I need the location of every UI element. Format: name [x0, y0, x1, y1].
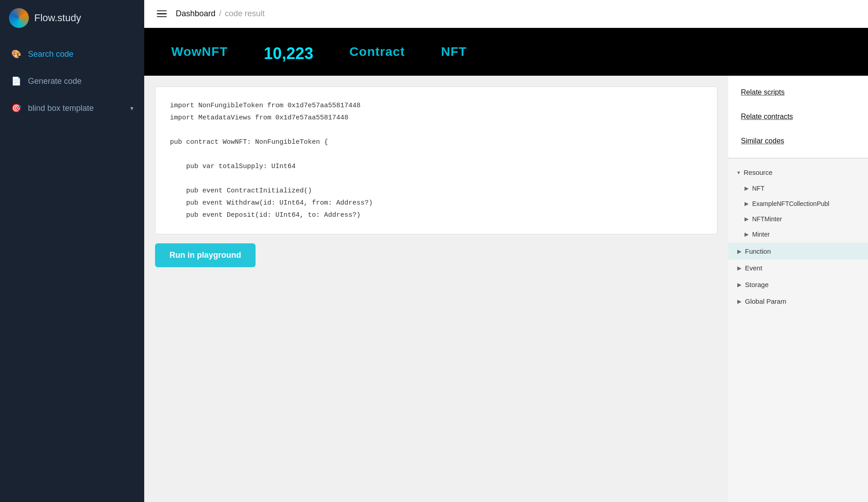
tree-arrow-nftminter: ▶ — [745, 216, 749, 222]
hero-number: 10,223 — [264, 44, 313, 63]
hero-label-wownft: WowNFT — [171, 45, 228, 59]
content-area: import NonFungibleToken from 0x1d7e57aa5… — [144, 76, 868, 502]
tree-subitem-example-nft[interactable]: ▶ ExampleNFTCollectionPubl — [728, 196, 868, 211]
right-panel: Relate scripts Relate contracts Similar … — [728, 76, 868, 502]
tree-label-resource: Resource — [744, 169, 772, 176]
tree-label-global-param: Global Param — [745, 297, 786, 305]
topbar: Dashboard / code result — [144, 0, 868, 28]
tree-label-minter: Minter — [752, 231, 770, 238]
run-playground-button[interactable]: Run in playground — [155, 243, 256, 267]
tree-arrow-storage: ▶ — [737, 282, 741, 288]
tree-section-resource: ▾ Resource ▶ NFT ▶ ExampleNFTCollectionP… — [728, 164, 868, 242]
tree-panel: ▾ Resource ▶ NFT ▶ ExampleNFTCollectionP… — [728, 159, 868, 502]
tree-arrow-example-nft: ▶ — [745, 201, 749, 207]
breadcrumb-dashboard[interactable]: Dashboard — [176, 9, 215, 18]
generate-code-label: Generate code — [28, 77, 82, 86]
hero-label-nft: NFT — [441, 45, 466, 59]
main-content: Dashboard / code result WowNFT 10,223 Co… — [144, 0, 868, 502]
sidebar: Flow.study 🎨 Search code 📄 Generate code… — [0, 0, 144, 502]
tree-item-function[interactable]: ▶ Function — [728, 243, 868, 260]
sidebar-item-search-code[interactable]: 🎨 Search code — [0, 41, 144, 68]
tree-arrow-resource: ▾ — [737, 169, 740, 176]
tree-arrow-function: ▶ — [737, 248, 741, 255]
search-code-icon: 🎨 — [11, 49, 22, 59]
hero-contract: Contract — [349, 45, 405, 59]
menu-icon[interactable] — [155, 9, 169, 19]
blind-box-label: blind box template — [28, 104, 94, 113]
sidebar-nav: 🎨 Search code 📄 Generate code 🎯 blind bo… — [0, 36, 144, 126]
sidebar-item-blind-box[interactable]: 🎯 blind box template ▾ — [0, 95, 144, 122]
tree-label-example-nft: ExampleNFTCollectionPubl — [752, 200, 829, 207]
sidebar-header: Flow.study — [0, 0, 144, 36]
hero-label-contract: Contract — [349, 45, 405, 59]
tree-label-nftminter: NFTMinter — [752, 215, 782, 223]
logo-icon — [9, 8, 29, 28]
code-panel: import NonFungibleToken from 0x1d7e57aa5… — [144, 76, 728, 502]
tree-arrow-nft: ▶ — [745, 185, 749, 192]
similar-codes-link[interactable]: Similar codes — [728, 129, 868, 153]
breadcrumb-separator: / — [219, 9, 221, 18]
generate-code-icon: 📄 — [11, 76, 22, 87]
tree-subitem-nftminter[interactable]: ▶ NFTMinter — [728, 211, 868, 227]
tree-label-nft: NFT — [752, 185, 764, 192]
relate-scripts-link[interactable]: Relate scripts — [728, 80, 868, 105]
sidebar-item-generate-code[interactable]: 📄 Generate code — [0, 68, 144, 95]
tree-arrow-event: ▶ — [737, 265, 741, 271]
breadcrumb: Dashboard / code result — [176, 9, 265, 18]
tree-item-event[interactable]: ▶ Event — [728, 260, 868, 276]
hero-wownft: WowNFT — [171, 45, 228, 59]
tree-item-global-param[interactable]: ▶ Global Param — [728, 293, 868, 310]
app-title: Flow.study — [34, 12, 81, 24]
tree-label-storage: Storage — [745, 281, 769, 288]
blind-box-icon: 🎯 — [11, 103, 22, 114]
code-block: import NonFungibleToken from 0x1d7e57aa5… — [155, 87, 717, 234]
relate-panel: Relate scripts Relate contracts Similar … — [728, 76, 868, 159]
tree-label-function: Function — [745, 247, 771, 255]
hero-banner: WowNFT 10,223 Contract NFT — [144, 28, 868, 76]
tree-arrow-minter: ▶ — [745, 231, 749, 237]
relate-contracts-link[interactable]: Relate contracts — [728, 105, 868, 129]
tree-arrow-global-param: ▶ — [737, 298, 741, 305]
tree-subitem-minter[interactable]: ▶ Minter — [728, 227, 868, 242]
tree-subitem-nft[interactable]: ▶ NFT — [728, 181, 868, 196]
tree-item-resource[interactable]: ▾ Resource — [728, 164, 868, 181]
tree-item-storage[interactable]: ▶ Storage — [728, 276, 868, 293]
breadcrumb-current: code result — [225, 9, 265, 18]
chevron-down-icon: ▾ — [130, 105, 133, 112]
hero-nft: NFT — [441, 45, 466, 59]
hero-number-col: 10,223 — [264, 41, 313, 63]
search-code-label: Search code — [28, 50, 73, 59]
tree-label-event: Event — [745, 264, 762, 272]
